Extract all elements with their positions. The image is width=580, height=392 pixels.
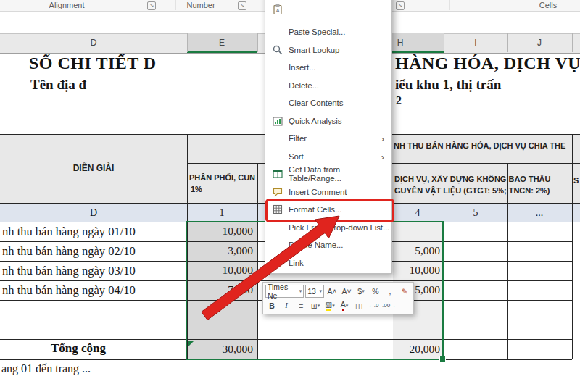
merge-center-button[interactable]: ◫	[352, 299, 365, 312]
total-cell-e[interactable]: 30,000	[188, 343, 253, 356]
font-color-button[interactable]: A ▾	[338, 299, 351, 312]
menu-item-quick-analysis[interactable]: Quick Analysis	[265, 112, 392, 130]
number-dialog-launcher-icon[interactable]: ↘	[238, 1, 246, 10]
column-header-d[interactable]: D	[91, 38, 97, 48]
cell-value[interactable]: 7,000	[188, 283, 253, 296]
clipboard-icon[interactable]: A	[272, 4, 283, 15]
fill-color-icon: ▨	[325, 300, 332, 311]
menu-item-label: Insert Comment	[289, 188, 347, 196]
cell-value[interactable]: 10,000	[188, 264, 253, 277]
menu-item-label: Pick From Drop-down List...	[289, 223, 389, 232]
number-row-d[interactable]: D	[90, 207, 97, 219]
menu-item-label: Get Data from Table/Range...	[289, 165, 392, 183]
accounting-format-button[interactable]: $ ▾	[355, 285, 368, 297]
menu-item-sort[interactable]: Sort ›	[265, 148, 392, 166]
menu-item-get-data[interactable]: Get Data from Table/Range...	[265, 165, 392, 183]
menu-item-smart-lookup[interactable]: Smart Lookup	[265, 41, 392, 59]
column-header-h[interactable]: H	[397, 38, 404, 48]
column-header-e[interactable]: E	[219, 38, 225, 48]
menu-item-label: Paste Special...	[289, 28, 345, 36]
alignment-dialog-launcher-icon[interactable]: ↘	[147, 1, 156, 10]
mini-toolbar-row1: Times Ne ▾ 13 ▾ A˄ A˅ $ ▾ % , ✎	[265, 284, 411, 298]
row-label[interactable]: nh thu bán hàng ngày 03/10	[2, 264, 136, 278]
cell-value[interactable]: 10,000	[188, 225, 253, 238]
font-name-select[interactable]: Times Ne ▾	[265, 285, 304, 298]
number-row-5[interactable]: 5	[473, 207, 478, 219]
bold-button[interactable]: B	[265, 299, 278, 312]
grow-font-button[interactable]: A˄	[326, 285, 339, 297]
chevron-down-icon: ▾	[346, 303, 349, 309]
menu-item-delete[interactable]: Delete...	[265, 77, 392, 95]
menu-item-insert[interactable]: Insert...	[265, 59, 392, 77]
header-right-fragment: S	[573, 176, 579, 185]
grid-line	[572, 134, 573, 359]
number-row-1[interactable]: 1	[220, 207, 225, 219]
font-color-icon: A	[341, 300, 346, 311]
ribbon-group-number: Number	[186, 1, 215, 9]
ribbon-separator	[175, 0, 176, 10]
cell-value[interactable]: 10,000	[394, 264, 440, 277]
grid-line	[187, 33, 188, 52]
column-header-j[interactable]: J	[537, 38, 542, 48]
total-label[interactable]: Tổng cộng	[51, 341, 106, 356]
total-cell-h[interactable]: 20,000	[394, 343, 440, 356]
header-span-revenue: NH THU BÁN HÀNG HÓA, DỊCH VỤ CHIA THE	[394, 141, 566, 150]
cell-value[interactable]: 3,000	[188, 244, 253, 257]
header-dien-giai: DIỄN GIẢI	[73, 163, 115, 173]
table-icon	[272, 168, 283, 180]
selection-fill-handle[interactable]	[439, 356, 446, 362]
font-size-select[interactable]: 13 ▾	[305, 285, 324, 298]
svg-text:A: A	[276, 8, 280, 13]
header-col-h-line1: DỊCH VỤ, XÂY DỰNG KHÔNG BAO THẦU	[394, 175, 551, 183]
row-label[interactable]: nh thu bán hàng ngày 02/10	[2, 244, 136, 259]
sheet-title-left: SỔ CHI TIẾT D	[29, 54, 157, 73]
ribbon-group-cells: Cells	[539, 1, 557, 9]
menu-item-label: Sort	[289, 152, 304, 161]
menu-item-link[interactable]: Link	[265, 254, 392, 272]
ribbon-separator	[450, 0, 450, 10]
ribbon-separator	[526, 0, 526, 10]
menu-item-clear-contents[interactable]: Clear Contents	[265, 94, 392, 112]
error-indicator-triangle	[188, 341, 194, 346]
magnifier-icon	[272, 44, 283, 56]
header-col-e-line1: PHÂN PHỐI, CUN	[189, 173, 255, 182]
increase-decimal-button[interactable]: .00→	[381, 299, 397, 312]
chevron-down-icon: ▾	[362, 288, 365, 294]
selection-border-left	[186, 221, 187, 360]
menu-item-label: Quick Analysis	[289, 117, 341, 125]
header-col-h-line2: GUYÊN VẬT LIỆU (GTGT: 5%; TNCN: 2%)	[394, 186, 550, 195]
row-label[interactable]: nh thu bán hàng ngày 04/10	[2, 283, 136, 298]
fill-color-button[interactable]: ▨ ▾	[323, 299, 336, 312]
excel-window: Alignment ↘ Number ↘ ↘ Cells D E H I J S…	[0, 0, 580, 392]
number-row-dots[interactable]: ...	[536, 207, 544, 219]
menu-item-label: Define Name...	[289, 241, 343, 249]
quick-analysis-icon	[272, 115, 283, 127]
percent-style-button[interactable]: %	[369, 285, 382, 297]
dialog-launcher-icon[interactable]: ↘	[396, 1, 405, 10]
row-label[interactable]: nh thu bán hàng ngày 01/10	[2, 225, 136, 239]
submenu-arrow-icon: ›	[381, 151, 384, 162]
grid-line	[444, 33, 444, 52]
chevron-down-icon: ▾	[318, 303, 320, 309]
font-name-value: Times Ne	[268, 283, 298, 300]
menu-item-paste-special[interactable]: Paste Special...	[265, 23, 392, 41]
menu-item-define-name[interactable]: Define Name...	[265, 236, 392, 254]
menu-item-label: Filter	[289, 134, 307, 143]
mini-toolbar-row2: B I ≡ ⊞ ▾ ▨ ▾ A ▾ ◫ ←.0 .00→	[265, 299, 411, 312]
grid-line	[0, 320, 572, 320]
comma-style-button[interactable]: ,	[384, 285, 397, 297]
chevron-down-icon: ▾	[299, 288, 302, 294]
format-painter-button[interactable]: ✎	[398, 285, 411, 297]
paste-options-row: A	[265, 0, 392, 23]
center-align-button[interactable]: ≡	[294, 299, 307, 312]
italic-button[interactable]: I	[280, 299, 293, 312]
shrink-font-button[interactable]: A˅	[340, 285, 353, 297]
menu-item-label: Clear Contents	[289, 99, 343, 107]
number-row-4[interactable]: 4	[415, 207, 420, 219]
menu-item-filter[interactable]: Filter ›	[265, 130, 392, 148]
selection-border-bottom	[186, 359, 444, 360]
decrease-decimal-button[interactable]: ←.0	[367, 299, 380, 312]
borders-button[interactable]: ⊞ ▾	[309, 299, 322, 312]
cell-value[interactable]: 5,000	[394, 244, 440, 257]
column-header-i[interactable]: I	[474, 38, 476, 48]
